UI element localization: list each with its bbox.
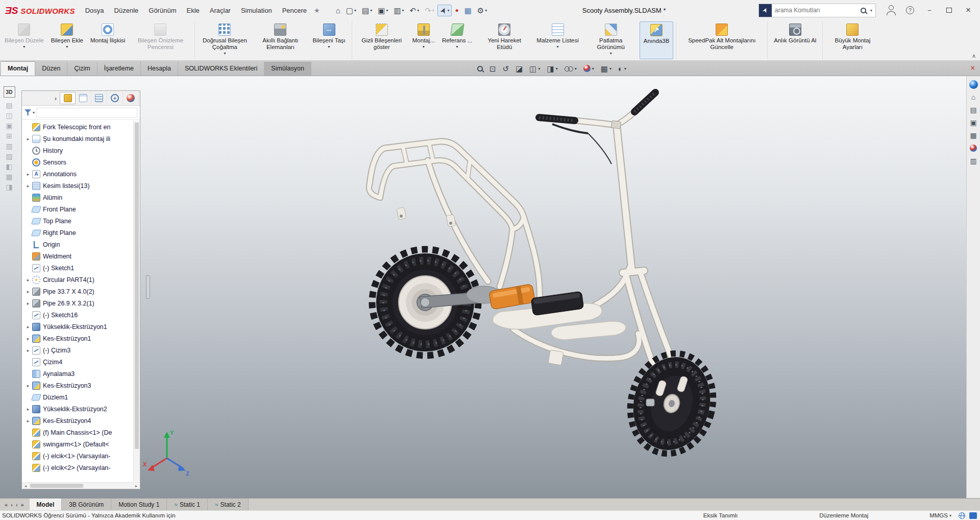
home-icon[interactable]: ⌂: [968, 91, 979, 103]
dropdown-arrow-icon[interactable]: ▾: [456, 44, 458, 49]
scrollbar-thumb[interactable]: [30, 484, 83, 488]
command-tab[interactable]: Simülasyon: [264, 62, 311, 76]
select-tool-button[interactable]: ➤ ▾: [437, 5, 452, 16]
search-input[interactable]: [772, 7, 861, 14]
tree-item[interactable]: (-) elcik<1> (Varsayılan-: [23, 450, 133, 462]
dropdown-arrow-icon[interactable]: ▾: [328, 44, 330, 49]
left-toolbar-icon[interactable]: ◫: [4, 110, 14, 121]
dropdown-arrow-icon[interactable]: ▾: [354, 8, 356, 13]
expand-arrow-icon[interactable]: ▸: [25, 183, 31, 188]
view-orientation-button[interactable]: ◫ ▾: [529, 65, 540, 73]
tree-item[interactable]: Düzlem1: [23, 391, 133, 403]
hide-show-items-button[interactable]: ▾: [565, 66, 577, 71]
pin-menu-icon[interactable]: ★: [313, 7, 324, 14]
maximize-button[interactable]: [940, 3, 958, 17]
last-study-button[interactable]: »: [19, 502, 25, 508]
handlebar-part[interactable]: [539, 92, 655, 164]
collapse-ribbon-icon[interactable]: ∧: [972, 53, 976, 59]
expand-arrow-icon[interactable]: ▸: [25, 324, 31, 329]
expand-arrow-icon[interactable]: ▸: [25, 277, 31, 282]
previous-view-button[interactable]: ↺: [503, 65, 509, 73]
chevron-right-icon[interactable]: ›: [52, 94, 60, 102]
user-account-button[interactable]: [882, 3, 899, 17]
displaymanager-tab[interactable]: [123, 92, 139, 104]
filter-icon[interactable]: [24, 109, 31, 115]
evaluate-button[interactable]: ▦: [462, 5, 474, 16]
reference-geometry-button[interactable]: Referans ... ▾: [438, 21, 476, 59]
command-tab[interactable]: SOLIDWORKS Eklentileri: [178, 62, 264, 76]
featuremanager-tab[interactable]: [60, 92, 76, 104]
tree-item[interactable]: (-) Sketch1: [23, 262, 133, 274]
tree-item[interactable]: ▸ Pipe 26.9 X 3.2(1): [23, 297, 133, 309]
snapshot-button[interactable]: Anlık Görüntü Al: [767, 21, 820, 59]
custom-properties-icon[interactable]: ▥: [968, 155, 979, 167]
redo-button[interactable]: ↷ ▾: [422, 5, 437, 16]
tree-item[interactable]: ▸ Circular PART4(1): [23, 274, 133, 286]
appearances-icon[interactable]: [968, 143, 979, 154]
tree-item[interactable]: Aynalama3: [23, 368, 133, 380]
dropdown-arrow-icon[interactable]: ▾: [423, 44, 425, 49]
left-toolbar-icon[interactable]: ▤: [4, 100, 14, 110]
tree-item[interactable]: ▸ Yükseklik-Ekstrüzyon2: [23, 403, 133, 415]
insert-component-button[interactable]: Bileşen Ekle ▾: [47, 21, 87, 59]
tree-item[interactable]: ▸ Şu konumdaki montaj ili: [23, 133, 133, 145]
left-toolbar-icon[interactable]: ▣: [4, 121, 14, 131]
command-tab[interactable]: İşaretleme: [97, 62, 141, 76]
design-library-icon[interactable]: ▤: [968, 104, 979, 115]
tree-filter-input[interactable]: [36, 108, 137, 117]
study-tab[interactable]: Motion Study 1: [111, 499, 167, 510]
propertymanager-tab[interactable]: [76, 92, 91, 104]
expand-arrow-icon[interactable]: ▸: [25, 383, 31, 388]
section-view-button[interactable]: ◪: [516, 65, 523, 73]
study-tab[interactable]: Model: [30, 499, 62, 510]
dimxpertmanager-tab[interactable]: [107, 92, 123, 104]
menu-item[interactable]: Ekle: [181, 4, 204, 17]
minimize-button[interactable]: –: [921, 3, 938, 17]
dropdown-arrow-icon[interactable]: ▾: [370, 8, 372, 13]
tree-item[interactable]: ▸ (-) Çizim3: [23, 344, 133, 356]
close-button[interactable]: ×: [960, 3, 977, 17]
dropdown-arrow-icon[interactable]: ▾: [402, 8, 404, 13]
tree-item[interactable]: ▸ Kesim listesi(13): [23, 180, 133, 192]
units-selector[interactable]: MMGS ▾: [929, 512, 951, 518]
mate-button[interactable]: Montaj İlişkisi: [87, 21, 129, 59]
tree-item[interactable]: ▸ Pipe 33.7 X 4.0(2): [23, 286, 133, 297]
tree-vertical-scrollbar[interactable]: [133, 121, 140, 482]
search-dropdown-icon[interactable]: ▾: [866, 8, 875, 13]
tree-item[interactable]: (-) elcik<2> (Varsayılan-: [23, 462, 133, 474]
linear-pattern-button[interactable]: Doğrusal Bileşen Çoğaltma ▾: [194, 21, 252, 59]
dropdown-arrow-icon[interactable]: ▾: [609, 66, 611, 71]
tree-item[interactable]: ▸ Kes-Ekstrüzyon4: [23, 415, 133, 427]
save-button[interactable]: ▣ ▾: [375, 5, 390, 16]
zoom-fit-button[interactable]: [477, 66, 483, 72]
solidworks-resources-icon[interactable]: [968, 79, 979, 90]
view-palette-icon[interactable]: ▦: [968, 130, 979, 141]
options-button[interactable]: ⚙ ▾: [475, 5, 489, 16]
tree-item[interactable]: ▸ Yükseklik-Ekstrüzyon1: [23, 321, 133, 333]
scroll-left-icon[interactable]: ◂: [22, 483, 29, 489]
tree-item[interactable]: ▸ Kes-Ekstrüzyon3: [23, 380, 133, 391]
expand-arrow-icon[interactable]: ▸: [25, 348, 31, 353]
command-tab[interactable]: Hesapla: [141, 62, 178, 76]
instant3d-button[interactable]: Anında3B: [640, 21, 674, 59]
dropdown-arrow-icon[interactable]: ▾: [224, 51, 226, 56]
new-document-button[interactable]: ▢ ▾: [344, 5, 359, 16]
edit-component-button[interactable]: Bileşen Düzele ▾: [1, 21, 47, 59]
smart-fasteners-button[interactable]: Akıllı Bağlantı Elemanları: [252, 21, 309, 59]
open-button[interactable]: ▤ ▾: [359, 5, 375, 16]
scrollbar-thumb[interactable]: [135, 123, 139, 449]
menu-item[interactable]: Araçlar: [205, 4, 236, 17]
tree-item[interactable]: Alümin: [23, 192, 133, 203]
preview-window-button[interactable]: Bileşen Önizleme Penceresi: [129, 21, 192, 59]
apply-scene-button[interactable]: ▦ ▾: [601, 65, 611, 73]
speedpak-button[interactable]: SpeedPak Alt Montajlarını Güncelle: [676, 21, 765, 59]
expand-arrow-icon[interactable]: ▸: [25, 136, 31, 141]
study-tab[interactable]: 3B Görünüm: [62, 499, 111, 510]
scroll-right-icon[interactable]: ▸: [133, 483, 140, 489]
left-toolbar-icon[interactable]: ▥: [4, 141, 14, 151]
tree-item[interactable]: (-) Sketch16: [23, 309, 133, 321]
tree-item[interactable]: History: [23, 145, 133, 156]
file-explorer-icon[interactable]: ▣: [968, 117, 979, 128]
tree-item[interactable]: Origin: [23, 239, 133, 250]
study-tab[interactable]: ≈ Static 1: [167, 499, 208, 510]
